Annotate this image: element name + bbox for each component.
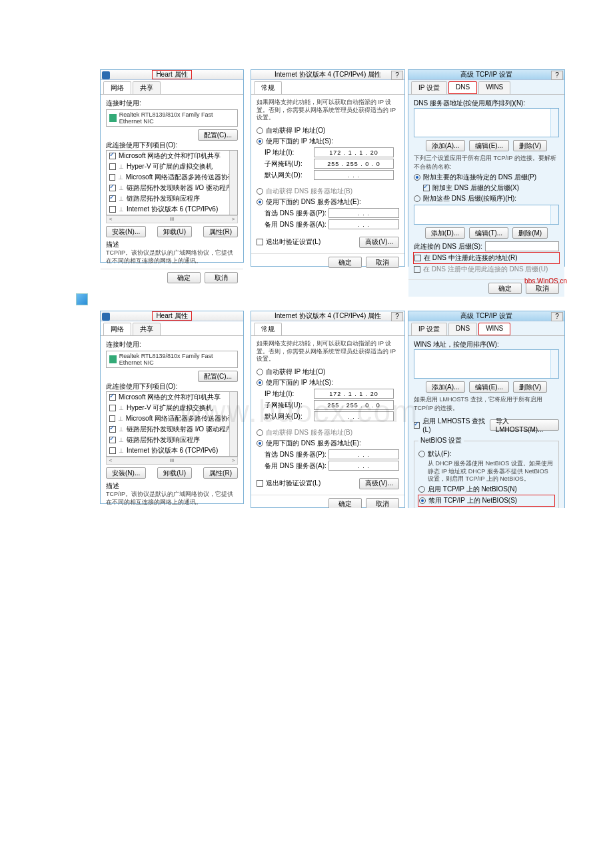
properties-button[interactable]: 属性(R) [203, 226, 238, 237]
h-scrollbar[interactable]: <III> [106, 457, 238, 465]
help-button[interactable]: ? [391, 71, 403, 80]
tab-network[interactable]: 网络 [103, 323, 131, 335]
checkbox[interactable] [109, 447, 116, 454]
radio-disable-netbios[interactable] [419, 497, 426, 504]
radio-use-dns[interactable] [257, 199, 263, 205]
edit-button-2[interactable]: 编辑(T)... [469, 227, 508, 239]
items-listbox[interactable]: Microsoft 网络的文件和打印机共享 ⊥Hyper-V 可扩展的虚拟交换机… [106, 391, 238, 457]
ip-input[interactable]: 172 . 1 . 1 . 20 [314, 389, 394, 399]
tab-network[interactable]: 网络 [103, 81, 131, 94]
ok-button[interactable]: 确定 [167, 272, 201, 283]
checkbox[interactable] [109, 437, 116, 443]
tab-dns[interactable]: DNS [448, 323, 477, 335]
checkbox[interactable] [109, 394, 116, 401]
scrollbar[interactable] [229, 392, 237, 456]
ok-button[interactable]: 确定 [328, 498, 362, 508]
import-lmhosts-button[interactable]: 导入 LMHOSTS(M)... [490, 419, 559, 431]
validate-checkbox[interactable] [257, 239, 263, 245]
dns-server-list[interactable] [414, 108, 559, 137]
chk-parent-suffix[interactable] [423, 185, 430, 191]
wins-list[interactable] [414, 349, 559, 379]
radio-auto-ip[interactable] [257, 369, 263, 375]
dns1-input[interactable]: . . . [328, 208, 399, 218]
tab-ip-settings[interactable]: IP 设置 [411, 323, 447, 335]
install-button[interactable]: 安装(N)... [106, 467, 146, 479]
scrollbar[interactable] [550, 205, 558, 224]
advanced-tcpip-wins-window: 高级 TCP/IP 设置? IP 设置 DNS WINS WINS 地址，按使用… [408, 311, 565, 508]
window-title: Heart 属性 [152, 70, 191, 79]
advanced-button[interactable]: 高级(V)... [359, 478, 399, 489]
add-button[interactable]: 添加(A)... [426, 381, 466, 393]
tab-dns[interactable]: DNS [448, 81, 477, 94]
uninstall-button[interactable]: 卸载(U) [157, 226, 192, 237]
help-button[interactable]: ? [551, 312, 563, 321]
ip-label: IP 地址(I): [265, 148, 311, 157]
desc-text: TCP/IP。该协议是默认的广域网络协议，它提供在不同的相互连接的网络上的通讯。 [106, 491, 238, 506]
radio-default[interactable] [418, 451, 425, 457]
checkbox[interactable] [109, 185, 116, 191]
help-button[interactable]: ? [391, 312, 403, 321]
chk-register-dns[interactable] [414, 255, 421, 261]
tab-general[interactable]: 常规 [254, 81, 282, 94]
radio-use-ip[interactable] [257, 379, 263, 386]
gw-input[interactable]: . . . [314, 170, 394, 180]
conn-suffix-input[interactable] [485, 241, 559, 251]
uninstall-button[interactable]: 卸载(U) [157, 467, 192, 479]
checkbox[interactable] [109, 195, 116, 202]
tab-share[interactable]: 共享 [133, 81, 161, 94]
checkbox[interactable] [109, 163, 116, 170]
ip-input[interactable]: 172 . 1 . 1 . 20 [314, 147, 394, 157]
radio-use-ip[interactable] [257, 138, 263, 145]
suffix-list[interactable] [414, 205, 559, 225]
add-button-2[interactable]: 添加(D)... [425, 227, 465, 239]
edit-button[interactable]: 编辑(E)... [469, 381, 509, 393]
chk-lmhosts[interactable] [414, 422, 420, 429]
scrollbar[interactable] [229, 151, 237, 215]
checkbox[interactable] [109, 426, 116, 433]
items-listbox[interactable]: Microsoft 网络的文件和打印机共享 ⊥Hyper-V 可扩展的虚拟交换机… [106, 150, 238, 215]
tab-wins[interactable]: WINS [478, 323, 510, 335]
scrollbar[interactable] [550, 350, 558, 378]
configure-button[interactable]: 配置(C)... [198, 371, 238, 382]
cancel-button[interactable]: 取消 [366, 257, 399, 268]
gw-input[interactable]: . . . [314, 411, 394, 421]
checkbox[interactable] [109, 415, 115, 422]
properties-button[interactable]: 属性(R) [203, 467, 238, 479]
tab-wins[interactable]: WINS [478, 81, 510, 94]
label: 在 DNS 中注册此连接的地址(R) [424, 253, 518, 263]
validate-checkbox[interactable] [257, 480, 263, 487]
dns1-input[interactable]: . . . [328, 449, 399, 459]
install-button[interactable]: 安装(N)... [106, 226, 146, 237]
remove-button[interactable]: 删除(V) [513, 140, 547, 151]
mask-input[interactable]: 255 . 255 . 0 . 0 [314, 400, 394, 410]
radio-use-dns[interactable] [257, 440, 263, 447]
h-scrollbar[interactable]: <III> [106, 215, 238, 223]
dns2-input[interactable]: . . . [328, 219, 399, 229]
tab-general[interactable]: 常规 [254, 323, 282, 335]
radio-primary-suffix[interactable] [414, 174, 420, 181]
checkbox[interactable] [109, 174, 115, 181]
remove-button-2[interactable]: 删除(M) [512, 227, 548, 239]
tab-share[interactable]: 共享 [133, 323, 161, 335]
radio-enable-netbios[interactable] [418, 486, 425, 493]
cancel-button[interactable]: 取消 [366, 498, 399, 508]
configure-button[interactable]: 配置(C)... [198, 129, 238, 141]
add-button[interactable]: 添加(A)... [426, 140, 466, 151]
advanced-button[interactable]: 高级(V)... [359, 237, 399, 248]
edit-button[interactable]: 编辑(E)... [469, 140, 509, 151]
help-button[interactable]: ? [551, 71, 563, 80]
checkbox[interactable] [109, 153, 116, 159]
dns2-input[interactable]: . . . [328, 461, 399, 471]
cancel-button[interactable]: 取消 [205, 272, 238, 283]
checkbox[interactable] [109, 206, 116, 213]
radio-these-suffix[interactable] [414, 195, 420, 202]
remove-button[interactable]: 删除(V) [513, 381, 547, 393]
ok-button[interactable]: 确定 [488, 283, 522, 294]
tab-ip-settings[interactable]: IP 设置 [411, 81, 447, 94]
scrollbar[interactable] [550, 109, 558, 137]
mask-input[interactable]: 255 . 255 . 0 . 0 [314, 159, 394, 169]
ok-button[interactable]: 确定 [328, 257, 362, 268]
radio-auto-ip[interactable] [257, 127, 263, 134]
checkbox[interactable] [109, 405, 116, 411]
tabs: IP 设置 DNS WINS [408, 80, 564, 95]
